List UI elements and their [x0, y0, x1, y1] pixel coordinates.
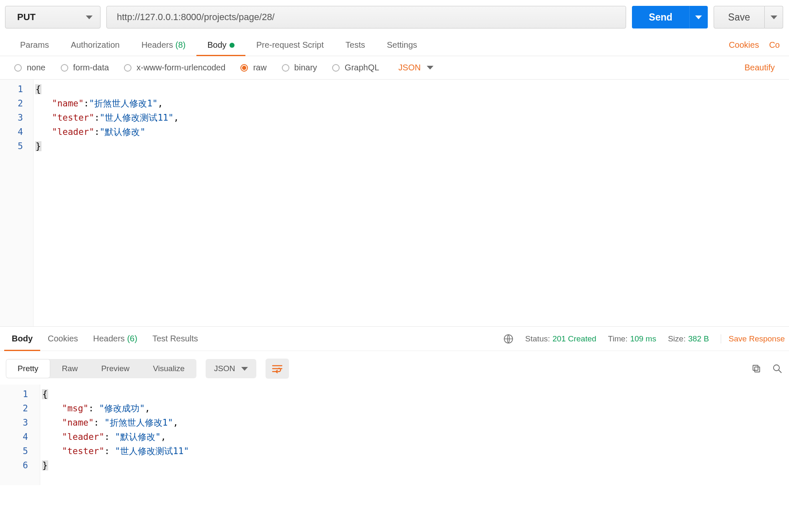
beautify-link[interactable]: Beautify [745, 63, 775, 72]
resp-tab-body[interactable]: Body [4, 327, 40, 351]
response-body-viewer: 123456 {"msg": "修改成功","name": "折煞世人修改1",… [0, 385, 789, 485]
request-tabs-right: Cookies Co [729, 40, 780, 50]
tab-settings[interactable]: Settings [376, 34, 428, 56]
body-format-select[interactable]: JSON [398, 63, 433, 72]
tab-authorization[interactable]: Authorization [60, 34, 131, 56]
view-pretty[interactable]: Pretty [6, 359, 50, 378]
chevron-down-icon [771, 15, 777, 19]
response-meta: Status:201 Created Time:109 ms Size:382 … [503, 334, 785, 344]
body-type-graphql[interactable]: GraphQL [332, 63, 379, 72]
body-type-none[interactable]: none [14, 63, 46, 72]
http-method-value: PUT [17, 12, 36, 23]
response-tabs: Body Cookies Headers (6) Test Results St… [0, 327, 789, 351]
request-tabs: Params Authorization Headers (8) Body Pr… [0, 34, 789, 56]
body-type-row: none form-data x-www-form-urlencoded raw… [0, 56, 789, 80]
view-mode-segmented: Pretty Raw Preview Visualize [6, 359, 196, 378]
cookies-link[interactable]: Cookies [729, 40, 759, 50]
line-gutter: 123456 [0, 385, 40, 485]
chevron-down-icon [86, 15, 93, 19]
body-type-formdata[interactable]: form-data [61, 63, 109, 72]
send-button[interactable]: Send [632, 6, 689, 28]
body-type-binary[interactable]: binary [282, 63, 317, 72]
svg-line-6 [779, 370, 781, 373]
save-button[interactable]: Save [714, 6, 765, 28]
time-meta: Time:109 ms [608, 334, 656, 343]
resp-tab-cookies[interactable]: Cookies [40, 327, 85, 351]
http-method-select[interactable]: PUT [5, 6, 101, 28]
resp-tab-testresults[interactable]: Test Results [145, 327, 206, 351]
save-button-group: Save [714, 6, 783, 28]
code-area[interactable]: {"name":"折煞世人修改1","tester":"世人修改测试11","l… [34, 80, 789, 326]
response-controls: Pretty Raw Preview Visualize JSON [0, 351, 789, 385]
request-url-input[interactable]: http://127.0.0.1:8000/projects/page/28/ [106, 6, 626, 28]
send-button-group: Send [632, 6, 707, 28]
search-icon[interactable] [771, 363, 783, 374]
svg-point-5 [774, 365, 779, 371]
line-gutter: 12345 [0, 80, 34, 326]
body-type-xwww[interactable]: x-www-form-urlencoded [124, 63, 225, 72]
status-meta: Status:201 Created [525, 334, 596, 343]
save-response-link[interactable]: Save Response [721, 334, 785, 343]
body-type-raw[interactable]: raw [240, 63, 266, 72]
globe-icon[interactable] [503, 334, 513, 344]
resp-tab-headers[interactable]: Headers (6) [85, 327, 145, 351]
size-meta: Size:382 B [668, 334, 709, 343]
save-button-dropdown[interactable] [765, 6, 783, 28]
code-area[interactable]: {"msg": "修改成功","name": "折煞世人修改1","leader… [40, 385, 789, 485]
tab-tests[interactable]: Tests [335, 34, 376, 56]
view-preview[interactable]: Preview [90, 359, 142, 378]
tab-body[interactable]: Body [196, 34, 245, 56]
svg-rect-4 [753, 365, 758, 370]
request-body-editor[interactable]: 12345 {"name":"折煞世人修改1","tester":"世人修改测试… [0, 80, 789, 327]
chevron-down-icon [695, 15, 702, 19]
tab-prerequest[interactable]: Pre-request Script [245, 34, 335, 56]
view-visualize[interactable]: Visualize [141, 359, 196, 378]
tab-headers[interactable]: Headers (8) [131, 34, 197, 56]
svg-rect-3 [755, 367, 760, 372]
send-button-dropdown[interactable] [689, 6, 708, 28]
tab-params[interactable]: Params [9, 34, 60, 56]
unsaved-dot-icon [229, 43, 235, 48]
code-link[interactable]: Co [769, 40, 780, 50]
chevron-down-icon [427, 66, 433, 70]
chevron-down-icon [241, 367, 248, 371]
view-raw[interactable]: Raw [50, 359, 90, 378]
response-format-select[interactable]: JSON [206, 359, 256, 378]
wrap-lines-button[interactable] [266, 359, 289, 379]
request-url-bar: PUT http://127.0.0.1:8000/projects/page/… [0, 0, 789, 34]
copy-icon[interactable] [750, 363, 762, 374]
